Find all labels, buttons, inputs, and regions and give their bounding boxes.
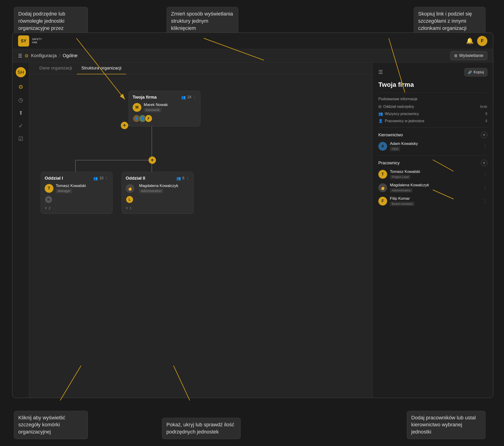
main-manager-row: M Marek Nowak Kierownik [133,103,197,112]
tab-struktura[interactable]: Struktura organizacji [77,66,126,74]
org-node-main-title: Twoja firma [133,95,157,100]
unit-employees-row: 👤 Pracownicy w jednostce 4 [378,119,487,123]
tooltip-tr-text: Skopiuj link i podziel się szczegółami z… [418,11,472,31]
divider-1 [378,93,487,93]
parent-branch-label: ⊟ Oddział nadrzędny [378,104,414,109]
breadcrumb-path1[interactable]: Konfiguracja [31,53,57,58]
breadcrumb-separator: / [59,53,60,58]
branch2-extra-avatar: L [126,196,134,204]
copy-button[interactable]: 🔗 Kopiuj [465,68,487,76]
sidebar-icon-upload[interactable]: ⬆ [18,110,23,116]
add-button-left[interactable]: + [121,122,128,129]
main-avatar-stack: 👤 👤 F [133,114,197,122]
emp-avatar-2: F [378,197,387,205]
topbar: SY SAFETY HAB 🔔 F [13,33,493,49]
emp-avatar-0: T [378,170,387,179]
branch1-avatar-stack: N [45,196,108,204]
emp-info-1: Magdalena Kowalczyk Administration [390,183,480,193]
emp-menu-0[interactable]: ⋮ [483,171,487,177]
mgmt-menu-0[interactable]: ⋮ [483,144,487,149]
tooltip-top-right: Skopiuj link i podziel się szczegółami z… [414,7,486,35]
management-title: Kierownictwo [378,133,403,137]
topbar-left: SY SAFETY HAB [18,36,42,47]
branch1-more-icon[interactable]: ⋮ [105,176,108,181]
branch2-avatar-stack: L [126,196,190,204]
bell-icon[interactable]: 🔔 [466,37,473,44]
divider-2 [378,127,487,128]
branch1-count: 👥 10 ⋮ [93,176,108,181]
employees-section-header: Pracownicy + [378,160,487,166]
app-window: SY SAFETY HAB 🔔 F ☰ ⚙ Konfiguracja / Ogó… [12,32,493,398]
tooltip-bc-text: Pokaż, ukryj lub sprawdź ilość podrzędny… [166,422,234,435]
display-icon: ⊞ [454,54,457,58]
branch1-header: Oddział I 👥 10 ⋮ [45,176,108,181]
main-manager-avatar: M [133,103,141,112]
menu-icon[interactable]: ☰ [18,53,22,58]
branch1-manager-avatar: T [45,184,54,193]
emp-info-0: Tomasz Kowalski Project Lead [390,169,480,179]
org-chart-area: Twoja firma 👥 24 ⋮ M Marek Nowak Kierown… [29,74,373,398]
branch1-extra-avatar: N [45,196,53,204]
link-icon: 🔗 [468,70,472,74]
add-employee-button[interactable]: + [481,160,487,166]
org-node-branch1[interactable]: Oddział I 👥 10 ⋮ T Tomasz Kowalski Manag… [41,172,112,214]
sidebar-icon-check[interactable]: ✓ [18,123,23,129]
sidebar-icon-checklist[interactable]: ☑ [18,136,23,142]
org-node-branch2[interactable]: Oddział II 👥 6 ⋮ 👩 Magdalena Kowalczyk A… [122,172,194,214]
branch2-more-icon[interactable]: ⋮ [186,176,190,181]
display-button[interactable]: ⊞ Wyświetlanie [450,51,487,60]
avatar-3: F [145,114,152,122]
branch1-manager-row: T Tomasz Kowalski Manager [45,184,108,193]
logo-text: SAFETY HAB [32,38,42,44]
employee-row-0: T Tomasz Kowalski Project Lead ⋮ [378,169,487,179]
all-employees-value: 9 [485,112,487,116]
basic-info-title: Podstawowe informacje [378,97,487,101]
panel-menu-icon[interactable]: ☰ [378,69,383,75]
page-content: Dane organizacji Struktura organizacji [29,62,373,398]
tooltip-tc-text: Zmień sposób wyświetlania struktury jedn… [171,11,233,31]
logo: SY [18,36,29,47]
add-button-main[interactable]: + [149,156,156,164]
emp-menu-1[interactable]: ⋮ [483,185,487,190]
emp-menu-2[interactable]: ⋮ [483,198,487,204]
tooltip-bottom-center: Pokaż, ukryj lub sprawdź ilość podrzędny… [162,418,241,439]
add-management-button[interactable]: + [481,132,487,138]
emp-info-2: Filip Komar Board Assistant [390,196,480,206]
branch2-manager-photo: 👩 [126,184,134,193]
mgmt-avatar-0: A [378,142,387,151]
unit-employees-label: 👤 Pracownicy w jednostce [378,119,424,123]
all-employees-row: 👥 Wszyscy pracownicy 9 [378,112,487,116]
more-icon[interactable]: ⋮ [193,95,197,99]
user-avatar[interactable]: F [477,36,487,46]
divider-3 [378,155,487,156]
right-panel: ☰ 🔗 Kopiuj Twoja firma Podstawowe inform… [373,62,493,398]
settings-icon[interactable]: ⚙ [24,53,29,58]
employee-row-1: 👩 Magdalena Kowalczyk Administration ⋮ [378,183,487,193]
branch2-title: Oddział II [126,176,145,181]
branch2-collapse[interactable]: ∨ 1 [126,206,190,210]
tab-dane[interactable]: Dane organizacji [35,66,77,74]
management-row-0: A Adam Kowalsky CEO ⋮ [378,141,487,151]
sidebar: SH ⚙ ◷ ⬆ ✓ ☑ [13,62,29,398]
panel-topbar: ☰ 🔗 Kopiuj [378,68,487,76]
panel-title: Twoja firma [378,81,487,88]
branch2-manager-row: 👩 Magdalena Kowalczyk Administration [126,184,190,193]
employees-title: Pracownicy [378,161,400,166]
unit-employees-value: 4 [485,119,487,123]
connector-svg [29,74,373,398]
parent-branch-row: ⊟ Oddział nadrzędny brak [378,104,487,109]
employee-row-2: F Filip Komar Board Assistant ⋮ [378,196,487,206]
branch2-count: 👥 6 ⋮ [176,176,190,181]
sidebar-icon-settings[interactable]: ⚙ [18,84,23,90]
org-node-main[interactable]: Twoja firma 👥 24 ⋮ M Marek Nowak Kierown… [129,91,200,126]
branch2-header: Oddział II 👥 6 ⋮ [126,176,190,181]
sidebar-avatar[interactable]: SH [16,67,26,77]
main-content: SH ⚙ ◷ ⬆ ✓ ☑ Dane organizacji Struktura … [13,62,493,398]
breadcrumb-bar: ☰ ⚙ Konfiguracja / Ogólne ⊞ Wyświetlanie [13,49,493,62]
tooltip-top-center: Zmień sposób wyświetlania struktury jedn… [167,7,238,35]
tooltip-br-text: Dodaj pracowników lub ustal kierownictwo… [411,415,476,435]
sidebar-icon-chat[interactable]: ◷ [18,97,23,103]
tooltip-bottom-right: Dodaj pracowników lub ustal kierownictwo… [407,411,486,439]
branch1-collapse[interactable]: ∨ 2 [45,206,108,210]
management-section-header: Kierownictwo + [378,132,487,138]
